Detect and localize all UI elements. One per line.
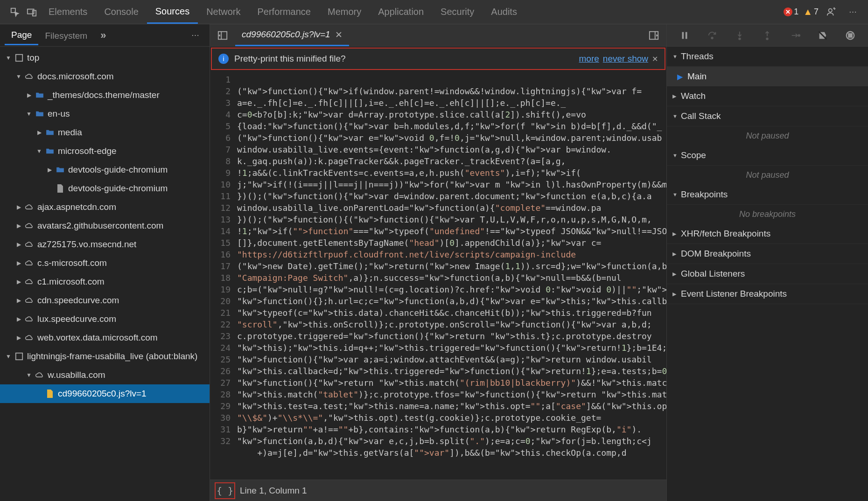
cloud-icon — [23, 73, 35, 80]
tab-application[interactable]: Application — [370, 1, 432, 23]
tree-guide-folder[interactable]: ▶ devtools-guide-chromium — [0, 160, 210, 179]
js-file-icon — [44, 390, 56, 398]
tree-top[interactable]: ▼ top — [0, 49, 210, 67]
nav-tab-page[interactable]: Page — [5, 25, 38, 45]
tree-docs-microsoft[interactable]: ▼ docs.microsoft.com — [0, 67, 210, 86]
info-icon: i — [218, 54, 229, 64]
inspect-element-icon[interactable] — [7, 4, 23, 21]
tab-console[interactable]: Console — [96, 1, 147, 23]
tab-elements[interactable]: Elements — [40, 1, 96, 23]
svg-point-3 — [829, 8, 832, 12]
warning-count-value: 7 — [814, 7, 819, 17]
pretty-print-button[interactable]: { } — [215, 482, 235, 499]
scope-empty: Not paused — [667, 166, 868, 185]
cloud-icon — [23, 334, 35, 341]
folder-icon — [44, 129, 56, 136]
tree-vortex[interactable]: ▶ web.vortex.data.microsoft.com — [0, 328, 210, 347]
svg-point-12 — [711, 37, 713, 39]
tree-media[interactable]: ▶ media — [0, 123, 210, 142]
section-global-listeners[interactable]: ▶Global Listeners — [667, 264, 868, 284]
nav-overflow-icon[interactable]: ⋯ — [187, 28, 205, 42]
pause-on-exceptions-button[interactable] — [842, 28, 858, 43]
tab-audits[interactable]: Audits — [483, 1, 525, 23]
tree-lightning-frame[interactable]: ▼ lightningjs-frame-usabilla_live (about… — [0, 347, 210, 366]
close-infobar-icon[interactable]: ✕ — [652, 55, 658, 63]
close-tab-icon[interactable]: ✕ — [335, 29, 343, 40]
cloud-icon — [23, 297, 35, 304]
file-tab-label: cd99660205c0.js?lv=1 — [242, 29, 330, 40]
section-threads[interactable]: ▼Threads — [667, 47, 868, 67]
tab-security[interactable]: Security — [432, 1, 483, 23]
tab-memory[interactable]: Memory — [319, 1, 370, 23]
tree-themes[interactable]: ▶ _themes/docs.theme/master — [0, 86, 210, 104]
device-toolbar-icon[interactable] — [23, 4, 40, 21]
pretty-more-link[interactable]: more — [579, 54, 599, 64]
section-callstack[interactable]: ▼Call Stack — [667, 106, 868, 126]
open-file-tab[interactable]: cd99660205c0.js?lv=1 ✕ — [235, 24, 349, 46]
svg-rect-4 — [16, 55, 22, 61]
frame-icon — [13, 54, 25, 62]
code-content: ("kw">function(){"kw">if(window.parent!=… — [234, 70, 666, 480]
file-icon — [54, 184, 66, 193]
thread-main[interactable]: ▶Main — [667, 67, 868, 86]
tree-c1ms[interactable]: ▶ c1.microsoft.com — [0, 272, 210, 291]
cloud-icon — [23, 316, 35, 322]
toggle-debugger-icon[interactable] — [644, 26, 664, 45]
tree-avatars[interactable]: ▶ avatars2.githubusercontent.com — [0, 216, 210, 235]
deactivate-breakpoints-button[interactable] — [815, 28, 831, 43]
warning-count[interactable]: ▲ 7 — [803, 7, 819, 17]
step-into-button — [732, 28, 748, 43]
toggle-navigator-icon[interactable] — [213, 26, 232, 45]
section-event-listener-breakpoints[interactable]: ▶Event Listener Breakpoints — [667, 284, 868, 304]
folder-icon — [34, 111, 46, 117]
editor-panel: cd99660205c0.js?lv=1 ✕ i Pretty-print th… — [210, 24, 666, 501]
tree-lux[interactable]: ▶ lux.speedcurve.com — [0, 310, 210, 328]
editor-statusbar: { } Line 1, Column 1 — [210, 480, 666, 501]
tab-performance[interactable]: Performance — [249, 1, 320, 23]
cloud-icon — [23, 278, 35, 285]
code-editor[interactable]: 1234567891011121314151617181920212223242… — [210, 70, 666, 480]
nav-more-icon[interactable]: » — [97, 27, 110, 44]
pretty-print-message: Pretty-print this minified file? — [234, 54, 346, 64]
settings-dots-icon[interactable]: ⋯ — [845, 4, 861, 21]
section-scope[interactable]: ▼Scope — [667, 146, 868, 166]
devtools-tabbar: Elements Console Sources Network Perform… — [0, 0, 868, 24]
debugger-toolbar — [667, 24, 868, 47]
cloud-icon — [34, 372, 46, 378]
svg-rect-21 — [849, 34, 852, 37]
callstack-empty: Not paused — [667, 126, 868, 146]
tab-network[interactable]: Network — [198, 1, 249, 23]
tree-enus[interactable]: ▼ en-us — [0, 104, 210, 123]
error-icon: ✕ — [784, 7, 792, 16]
tree-cdnsc[interactable]: ▶ cdn.speedcurve.com — [0, 291, 210, 310]
error-count[interactable]: ✕ 1 — [784, 7, 798, 17]
tree-guide-file[interactable]: devtools-guide-chromium — [0, 179, 210, 198]
pause-button[interactable] — [677, 28, 693, 43]
folder-icon — [44, 148, 56, 154]
debugger-panel: ▼Threads ▶Main ▶Watch ▼Call Stack Not pa… — [666, 24, 868, 501]
step-button — [787, 28, 803, 43]
folder-icon — [34, 92, 46, 98]
feedback-icon[interactable] — [823, 4, 840, 21]
tree-wusabilla[interactable]: ▼ w.usabilla.com — [0, 366, 210, 384]
tree-csms[interactable]: ▶ c.s-microsoft.com — [0, 254, 210, 272]
tree-jsfile-selected[interactable]: cd99660205c0.js?lv=1 — [0, 384, 210, 403]
pretty-never-show-link[interactable]: never show — [603, 54, 648, 64]
tab-sources[interactable]: Sources — [147, 0, 198, 24]
nav-tab-filesystem[interactable]: Filesystem — [38, 26, 94, 45]
section-breakpoints[interactable]: ▼Breakpoints — [667, 185, 868, 205]
cloud-icon — [23, 260, 35, 266]
tree-microsoft-edge[interactable]: ▼ microsoft-edge — [0, 142, 210, 160]
section-watch[interactable]: ▶Watch — [667, 86, 868, 106]
section-dom-breakpoints[interactable]: ▶DOM Breakpoints — [667, 244, 868, 264]
step-over-button — [704, 28, 720, 43]
tree-ajax[interactable]: ▶ ajax.aspnetcdn.com — [0, 198, 210, 216]
tree-az[interactable]: ▶ az725175.vo.msecnd.net — [0, 235, 210, 254]
svg-rect-5 — [16, 353, 22, 360]
navigator-panel: Page Filesystem » ⋯ ▼ top ▼ docs.microso… — [0, 24, 210, 501]
file-tree[interactable]: ▼ top ▼ docs.microsoft.com ▶ _themes/doc… — [0, 47, 210, 501]
svg-point-16 — [767, 38, 769, 40]
cloud-icon — [23, 204, 35, 210]
svg-point-18 — [798, 35, 800, 36]
section-xhr-breakpoints[interactable]: ▶XHR/fetch Breakpoints — [667, 224, 868, 244]
